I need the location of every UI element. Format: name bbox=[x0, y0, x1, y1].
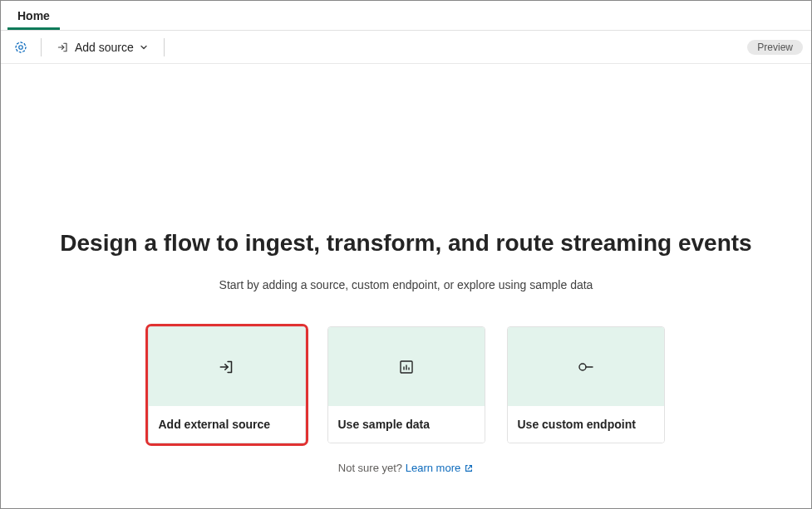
footer-hint: Not sure yet? Learn more bbox=[1, 462, 811, 474]
enter-icon bbox=[218, 358, 236, 376]
card-label: Use custom endpoint bbox=[508, 406, 664, 443]
settings-button[interactable] bbox=[9, 36, 32, 59]
main-content: Design a flow to ingest, transform, and … bbox=[1, 64, 811, 474]
footer-prompt: Not sure yet? bbox=[338, 462, 402, 474]
card-add-external-source[interactable]: Add external source bbox=[148, 326, 306, 443]
gear-icon bbox=[13, 40, 28, 55]
card-icon-area bbox=[149, 327, 305, 406]
card-label: Add external source bbox=[149, 406, 305, 443]
toolbar: Add source Preview bbox=[1, 31, 811, 64]
learn-more-link[interactable]: Learn more bbox=[406, 462, 474, 474]
card-icon-area bbox=[508, 327, 664, 406]
svg-point-0 bbox=[19, 45, 23, 49]
card-use-sample-data[interactable]: Use sample data bbox=[327, 326, 485, 443]
page-title: Design a flow to ingest, transform, and … bbox=[1, 230, 811, 257]
external-link-icon bbox=[464, 463, 474, 473]
add-source-label: Add source bbox=[75, 41, 134, 54]
card-label: Use sample data bbox=[328, 406, 485, 443]
preview-badge: Preview bbox=[747, 40, 803, 55]
add-source-button[interactable]: Add source bbox=[50, 37, 155, 57]
endpoint-icon bbox=[577, 359, 595, 375]
tab-bar: Home bbox=[1, 1, 811, 31]
learn-more-label: Learn more bbox=[406, 462, 460, 474]
card-use-custom-endpoint[interactable]: Use custom endpoint bbox=[507, 326, 665, 443]
card-icon-area bbox=[328, 327, 485, 406]
toolbar-divider bbox=[164, 38, 165, 56]
page-subtitle: Start by adding a source, custom endpoin… bbox=[1, 278, 811, 291]
toolbar-divider bbox=[41, 38, 42, 56]
card-row: Add external source Use sample data bbox=[1, 326, 811, 443]
chevron-down-icon bbox=[139, 42, 149, 52]
enter-icon bbox=[57, 41, 70, 54]
tab-home[interactable]: Home bbox=[7, 2, 60, 30]
bar-chart-icon bbox=[398, 359, 415, 375]
svg-point-3 bbox=[579, 364, 586, 370]
